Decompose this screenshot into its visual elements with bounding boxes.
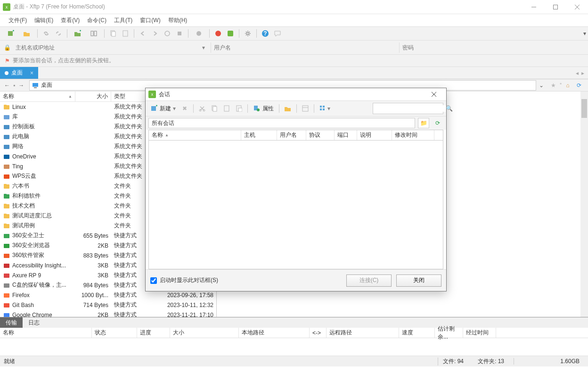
dialog-refresh-button[interactable]: ⟳ <box>432 118 443 128</box>
green-square-button[interactable] <box>225 28 236 39</box>
dialog-show-on-start-checkbox[interactable]: 启动时显示此对话框(S) <box>150 276 218 284</box>
minimize-button[interactable] <box>523 0 545 14</box>
transfer-col[interactable]: 进度 <box>137 328 170 338</box>
menu-item[interactable]: 帮助(H) <box>164 15 191 26</box>
toolbar-overflow[interactable]: ▾ <box>583 30 586 37</box>
connect-button[interactable]: 连接(C) <box>346 274 392 287</box>
menu-item[interactable]: 窗口(W) <box>136 15 164 26</box>
file-icon <box>3 222 10 230</box>
dialog-path-input[interactable]: 所有会话 <box>148 118 415 128</box>
new-folder-button[interactable] <box>71 28 85 39</box>
transfer-col[interactable]: 经过时间 <box>463 328 496 338</box>
dialog-delete-button[interactable]: ✖ <box>180 103 190 114</box>
tab-desktop[interactable]: 桌面 × <box>0 67 38 79</box>
star-button[interactable]: ★ <box>548 80 559 91</box>
tab-transfer[interactable]: 传输 <box>0 317 23 328</box>
dialog-search[interactable]: 🔍 <box>373 103 443 114</box>
dialog-cut-button[interactable] <box>197 103 207 114</box>
transfer-col[interactable]: 状态 <box>92 328 137 338</box>
username-input[interactable] <box>211 42 396 53</box>
dialog-up-button[interactable]: 📁 <box>418 118 429 128</box>
unlink-button[interactable] <box>53 28 64 39</box>
dialog-open-folder-button[interactable] <box>283 103 293 114</box>
col-name[interactable]: 名称▲ <box>0 91 75 101</box>
file-name: Git Bash <box>12 302 34 308</box>
link-button[interactable] <box>41 28 51 39</box>
transfer-col[interactable]: 远程路径 <box>327 328 399 338</box>
layout-button[interactable] <box>87 28 101 39</box>
dialog-col[interactable]: 主机 <box>241 130 277 140</box>
transfer-col[interactable]: 估计剩余... <box>435 328 463 338</box>
dialog-paste2-button[interactable] <box>234 103 244 114</box>
host-input[interactable] <box>14 42 196 53</box>
dialog-layout-button[interactable] <box>300 103 310 114</box>
tab-scroll-right[interactable]: ▸ <box>581 70 584 76</box>
dialog-col[interactable]: 名称 ▲ <box>149 130 241 140</box>
dialog-col[interactable]: 协议 <box>306 130 335 140</box>
transfer-right-button[interactable] <box>150 28 160 39</box>
paste-button[interactable] <box>120 28 131 39</box>
home-button[interactable]: ⌂ <box>563 80 573 91</box>
file-row[interactable]: Firefox1000 Byt...快捷方式2023-09-26, 17:58 <box>0 290 216 300</box>
copy-button[interactable] <box>108 28 118 39</box>
host-dropdown[interactable]: ▾ <box>199 44 208 51</box>
settings-button[interactable] <box>243 28 253 39</box>
file-size: 883 Bytes <box>75 252 111 259</box>
dialog-session-list[interactable] <box>148 140 443 269</box>
dialog-col[interactable]: 端口 <box>335 130 357 140</box>
dialog-close-button[interactable] <box>425 88 443 100</box>
tab-log[interactable]: 日志 <box>23 317 45 328</box>
chat-button[interactable] <box>272 28 283 39</box>
file-row[interactable]: Git Bash714 Bytes快捷方式2023-10-11, 12:32 <box>0 300 216 310</box>
path-dropdown[interactable]: ⌄ <box>537 82 546 89</box>
close-button-dialog[interactable]: 关闭 <box>396 274 441 287</box>
record-button[interactable] <box>192 28 206 39</box>
menu-item[interactable]: 工具(T) <box>110 15 136 26</box>
scrollbar[interactable] <box>580 91 588 317</box>
transfer-left-button[interactable] <box>138 28 148 39</box>
red-circle-button[interactable] <box>213 28 223 39</box>
transfer-list[interactable] <box>0 338 588 356</box>
dialog-paste-button[interactable] <box>221 103 232 114</box>
file-row[interactable]: Google Chrome2KB快捷方式2023-11-21, 17:10 <box>0 310 216 317</box>
open-session-button[interactable] <box>20 28 34 39</box>
svg-rect-38 <box>4 234 9 238</box>
tab-scroll-left[interactable]: ◂ <box>576 70 579 76</box>
menu-item[interactable]: 编辑(E) <box>31 15 57 26</box>
titlebar: x 桌面 - Xftp 7 (Free for Home/School) <box>0 0 588 14</box>
maximize-button[interactable] <box>545 0 566 14</box>
svg-rect-5 <box>91 31 93 36</box>
transfer-col[interactable]: <-> <box>310 328 327 338</box>
dialog-col[interactable]: 修改时间 <box>392 130 434 140</box>
menu-item[interactable]: 查看(V) <box>57 15 83 26</box>
transfer-col[interactable]: 本地路径 <box>239 328 310 338</box>
dialog-col[interactable]: 说明 <box>357 130 392 140</box>
new-session-button[interactable] <box>4 28 18 39</box>
scrollbar-thumb[interactable] <box>581 99 587 118</box>
forward-button[interactable]: → <box>16 80 26 91</box>
file-name: 此电脑 <box>12 133 29 141</box>
dialog-search-input[interactable] <box>375 105 446 112</box>
tab-close-icon[interactable]: × <box>30 70 33 76</box>
dialog-new-button[interactable]: 新建 ▾ <box>148 104 178 114</box>
transfer-col[interactable]: 大小 <box>170 328 239 338</box>
transfer-col[interactable]: 速度 <box>399 328 435 338</box>
col-size[interactable]: 大小 <box>75 91 111 101</box>
sync-button[interactable] <box>162 28 172 39</box>
dialog-col[interactable]: 用户名 <box>277 130 306 140</box>
dialog-copy-button[interactable] <box>209 103 220 114</box>
menu-item[interactable]: 命令(C) <box>83 15 110 26</box>
help-button[interactable]: ? <box>260 28 270 39</box>
back-button[interactable]: ← <box>2 80 12 91</box>
close-button[interactable] <box>566 0 588 14</box>
password-input[interactable] <box>399 42 584 53</box>
dialog-view-button[interactable]: ▾ <box>318 103 332 114</box>
transfer-col[interactable]: 名称 <box>0 328 92 338</box>
stop-button[interactable] <box>174 28 185 39</box>
dialog-properties-button[interactable]: 属性 <box>251 104 276 114</box>
status-folders: 文件夹: 13 <box>478 357 504 365</box>
dialog-footer: 启动时显示此对话框(S) 连接(C) 关闭 <box>146 269 446 291</box>
dialog-checkbox-input[interactable] <box>150 277 157 284</box>
refresh-button[interactable]: ⟳ <box>574 80 584 91</box>
menu-item[interactable]: 文件(F) <box>5 15 31 26</box>
